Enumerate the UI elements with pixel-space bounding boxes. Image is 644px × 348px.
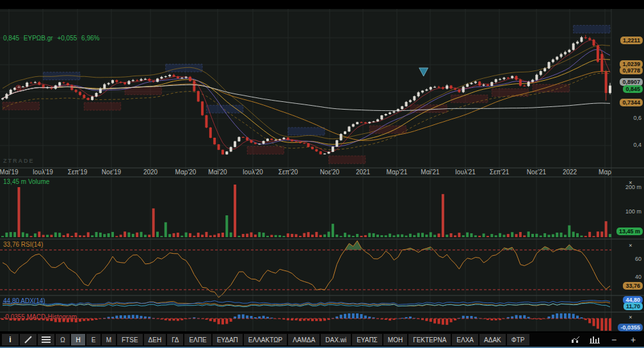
- axis-tick: 0,4: [633, 142, 641, 148]
- last-price: 0,845: [3, 35, 19, 42]
- date-tick: Νοε'20: [320, 169, 339, 176]
- list-icon: [42, 336, 51, 343]
- axis-value-badge: 13,45 m: [616, 228, 643, 235]
- axis-tick: 40: [635, 274, 641, 280]
- symbol-name: ΕΥΡΩΒ.gr: [24, 35, 53, 42]
- rsi-name: RSI(14): [21, 241, 43, 248]
- chart-view-controls: − +: [567, 333, 641, 347]
- volume-value: 13,45 m: [3, 178, 26, 185]
- ticker-button-ΕΛΧΑ[interactable]: ΕΛΧΑ: [452, 334, 478, 345]
- macd-indicator-label: -0,0355 MACD-Histogram: [3, 313, 77, 320]
- ticker-button-ΓΕΚΤΕΡΝΑ[interactable]: ΓΕΚΤΕΡΝΑ: [408, 334, 451, 345]
- axis-value-badge: -0,0355: [618, 324, 643, 331]
- date-tick: Σεπ'19: [68, 169, 88, 176]
- timeframe-button-Η[interactable]: Η: [71, 334, 85, 345]
- axis-value-badge: 1,2211: [620, 37, 643, 44]
- adx-value: 44,80: [3, 297, 19, 304]
- date-tick: Μαρ: [599, 169, 611, 176]
- ticker-button-ΕΥΔΑΠ[interactable]: ΕΥΔΑΠ: [213, 334, 243, 345]
- axis-value-badge: 0,7344: [620, 99, 643, 106]
- axis-tick: 60: [635, 256, 641, 262]
- ticker-button-ΕΛΛΑΚΤΩΡ[interactable]: ΕΛΛΑΚΤΩΡ: [244, 334, 287, 345]
- axis-value-badge: 11,70: [624, 302, 643, 310]
- rsi-value: 33,76: [3, 241, 19, 248]
- info-button[interactable]: i: [2, 334, 19, 345]
- ztrade-watermark: ZTRADE: [3, 158, 35, 165]
- volume-name: Volume: [28, 178, 49, 185]
- price-change-pct: 6,96%: [81, 35, 99, 42]
- candlestick-view-button[interactable]: [567, 334, 584, 345]
- axis-tick: 100 m: [625, 208, 641, 215]
- axis-value-badge: 0,845: [623, 85, 643, 93]
- adx-indicator-label: 44,80 ADX(14): [3, 297, 45, 304]
- zoom-in-button[interactable]: +: [625, 334, 641, 345]
- indicator-list-button[interactable]: [38, 334, 54, 345]
- zoom-out-button[interactable]: −: [606, 334, 622, 345]
- bar-chart-icon: [590, 335, 600, 344]
- date-tick: Σεπ'21: [490, 169, 510, 176]
- timeframe-button-Ω[interactable]: Ω: [56, 334, 70, 345]
- bottom-toolbar: i ΩΗΕΜ FTSEΔΕΗΓΔΕΛΠΕΕΥΔΑΠΕΛΛΑΚΤΩΡΛΑΜΔΑDA…: [0, 333, 644, 347]
- alert-triangle-marker: [419, 68, 428, 76]
- date-tick: Μαρ'21: [387, 169, 408, 176]
- ticker-quote-label: 0,845 ΕΥΡΩΒ.gr +0,055 6,96%: [3, 35, 102, 42]
- ticker-button-ΛΑΜΔΑ[interactable]: ΛΑΜΔΑ: [288, 334, 319, 345]
- ticker-button-FTSE[interactable]: FTSE: [117, 334, 143, 345]
- price-change: +0,055: [57, 35, 77, 42]
- ticker-button-ΔΕΗ[interactable]: ΔΕΗ: [144, 334, 166, 345]
- pencil-icon: [24, 336, 31, 343]
- ticker-button-ΕΛΠΕ[interactable]: ΕΛΠΕ: [184, 334, 211, 345]
- ticker-button-ΓΔ[interactable]: ΓΔ: [167, 334, 183, 345]
- ticker-button-ΑΔΑΚ[interactable]: ΑΔΑΚ: [479, 334, 506, 345]
- axis-value-badge: 33,76: [623, 282, 643, 290]
- ticker-button-ΕΥΑΠΣ[interactable]: ΕΥΑΠΣ: [352, 334, 382, 345]
- ticker-button-DAX.wi[interactable]: DAX.wi: [321, 334, 351, 345]
- date-tick: Ιουλ'20: [243, 169, 263, 176]
- candlestick-icon: [570, 335, 581, 344]
- volume-panel-close-icon[interactable]: ×: [627, 179, 634, 186]
- rsi-indicator-label: 33,76 RSI(14): [3, 241, 43, 248]
- signal-circle-marker: [16, 85, 21, 90]
- date-tick: Νοε'21: [527, 169, 546, 176]
- date-tick: 2022: [563, 169, 577, 176]
- trading-app-window: 0,845 ΕΥΡΩΒ.gr +0,055 6,96% ZTRADE 13,45…: [0, 0, 644, 348]
- date-tick: Νοε'19: [102, 169, 121, 176]
- timeframe-button-Μ[interactable]: Μ: [102, 334, 116, 345]
- date-tick: Σεπ'20: [278, 169, 298, 176]
- date-tick: Ιουλ'21: [455, 169, 476, 176]
- ticker-button-ΦΤΡ[interactable]: ΦΤΡ: [507, 334, 529, 345]
- axis-tick: 0,6: [633, 115, 641, 121]
- adx-name: ADX(14): [20, 297, 45, 304]
- date-tick: Ιουλ'19: [33, 169, 53, 176]
- rsi-panel-close-icon[interactable]: ×: [627, 242, 634, 249]
- ticker-button-ΜΟΗ[interactable]: ΜΟΗ: [383, 334, 407, 345]
- date-tick: 2020: [143, 169, 157, 176]
- draw-tool-button[interactable]: [20, 334, 36, 345]
- info-icon: i: [9, 335, 11, 344]
- macd-panel-close-icon[interactable]: ×: [627, 314, 634, 320]
- date-tick: Μαϊ'19: [0, 169, 19, 176]
- date-tick: Μαρ'20: [175, 169, 197, 176]
- date-tick: Μαϊ'20: [208, 169, 227, 176]
- macd-value: -0,0355: [3, 313, 25, 320]
- axis-value-badge: 1,0239: [620, 60, 643, 68]
- volume-indicator-label: 13,45 m Volume: [3, 178, 49, 185]
- timeframe-button-Ε[interactable]: Ε: [86, 334, 101, 345]
- histogram-view-button[interactable]: [586, 334, 603, 345]
- macd-name: MACD-Histogram: [27, 313, 77, 320]
- date-tick: 2021: [356, 169, 370, 176]
- date-tick: Μαϊ'21: [421, 169, 439, 176]
